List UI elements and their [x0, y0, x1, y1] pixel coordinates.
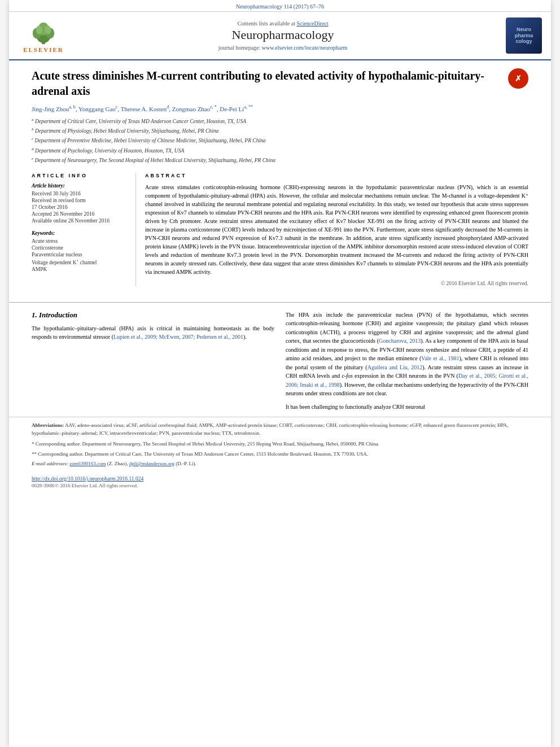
issn-line: 0028-3908/© 2016 Elsevier Ltd. All right… — [9, 482, 551, 492]
keyword-5: AMPK — [32, 267, 128, 272]
author-1: Jing-Jing Zhou — [32, 106, 69, 112]
content-area: Acute stress diminishes M-current contri… — [9, 60, 551, 294]
journal-logo-area: Neuropharmacology — [497, 18, 542, 54]
keywords-title: Keywords: — [32, 230, 128, 236]
author-2: Yonggang Gao — [78, 106, 116, 112]
intro-right-col: The HPA axis include the paraventricular… — [286, 311, 528, 412]
journal-citation: Neuropharmacology 114 (2017) 67–76 — [236, 3, 324, 10]
affiliation-d: Department of Psychology, University of … — [35, 148, 184, 154]
abstract-text: Acute stress stimulates corticotrophin-r… — [145, 183, 528, 276]
intro-left-col: 1. Introduction The hypothalamic–pituita… — [32, 311, 274, 412]
introduction-section: 1. Introduction The hypothalamic–pituita… — [9, 311, 551, 412]
elsevier-tree-icon — [27, 18, 60, 45]
journal-info-bar: Neuropharmacology 114 (2017) 67–76 — [9, 0, 551, 12]
journal-homepage: journal homepage: www.elsevier.com/locat… — [69, 45, 497, 51]
authors-line: Jing-Jing Zhoua, b, Yonggang Gaoc, There… — [32, 104, 528, 112]
section-divider — [9, 302, 551, 303]
keyword-2: Corticosterone — [32, 245, 128, 251]
history-accepted: Accepted 26 November 2016 — [32, 211, 128, 217]
journal-center-header: Contents lists available at ScienceDirec… — [69, 20, 497, 51]
intro-title: 1. Introduction — [32, 311, 274, 320]
elsevier-brand-text: ELSEVIER — [23, 46, 64, 53]
footnote-abbreviations: Abbreviations: AAV, adeno-associated vir… — [32, 422, 528, 437]
doi-link[interactable]: http://dx.doi.org/10.1016/j.neuropharm.2… — [32, 476, 143, 482]
intro-first-para: The hypothalamic–pituitary–adrenal (HPA)… — [32, 324, 274, 342]
ref-aguilera[interactable]: Aguilera and Liu, 2012 — [368, 364, 423, 370]
page: Neuropharmacology 114 (2017) 67–76 ELSEV… — [9, 0, 551, 747]
article-title: Acute stress diminishes M-current contri… — [32, 68, 501, 99]
footnote-corresponding-1: * Corresponding author. Department of Ne… — [32, 440, 528, 448]
ref-lupien[interactable]: Lupien et al., 2009; McEwen, 2007; Peder… — [113, 334, 243, 340]
ref-day[interactable]: Day et al., 2005; Girotti et al., 2006; … — [286, 373, 528, 388]
ref-vale[interactable]: Vale et al., 1981 — [421, 355, 459, 361]
journal-name: Neuropharmacology — [69, 28, 497, 42]
history-revised-date: 17 October 2016 — [32, 204, 128, 210]
svg-point-5 — [36, 25, 43, 34]
keyword-3: Paraventricular nucleus — [32, 252, 128, 257]
keywords-section: Keywords: Acute stress Corticosterone Pa… — [32, 230, 128, 272]
crossmark-badge: ✗ — [508, 68, 528, 89]
abstract-label: ABSTRACT — [145, 173, 528, 178]
abstract-col: ABSTRACT Acute stress stimulates cortico… — [145, 173, 528, 286]
affiliation-b: Department of Physiology, Hebei Medical … — [35, 128, 218, 134]
affiliation-e: Department of Neurosurgery, The Second H… — [34, 158, 275, 163]
sciencedirect-link[interactable]: ScienceDirect — [296, 20, 328, 27]
affiliation-c: Department of Preventive Medicine, Hebei… — [34, 138, 265, 144]
keyword-1: Acute stress — [32, 238, 128, 244]
author-4: Zongmao Zhao — [172, 106, 211, 112]
homepage-url[interactable]: www.elsevier.com/locate/neuropharm — [262, 45, 348, 51]
doi-line: http://dx.doi.org/10.1016/j.neuropharm.2… — [9, 474, 551, 482]
history-received: Received 30 July 2016 — [32, 191, 128, 196]
author-3: Therese A. Kosten — [121, 106, 167, 112]
ref-goncharova[interactable]: Goncharova, 2013 — [379, 338, 421, 344]
article-info-col: ARTICLE INFO Article history: Received 3… — [32, 173, 136, 286]
history-revised-label: Received in revised form — [32, 198, 128, 203]
crossmark-icon: ✗ — [508, 68, 528, 89]
keyword-4: Voltage dependent K+ channel — [32, 259, 128, 265]
sciencedirect-line: Contents lists available at ScienceDirec… — [69, 20, 497, 27]
elsevier-logo: ELSEVIER — [18, 18, 69, 53]
article-title-section: Acute stress diminishes M-current contri… — [32, 68, 528, 99]
neuropharmacology-logo: Neuropharmacology — [506, 18, 542, 54]
author-5: De-Pei Li — [220, 106, 244, 112]
svg-point-6 — [45, 25, 51, 34]
intro-second-para: It has been challenging to functionally … — [286, 403, 528, 412]
article-info-label: ARTICLE INFO — [32, 173, 128, 178]
journal-header: ELSEVIER Contents lists available at Sci… — [9, 12, 551, 60]
footnote-email: E-mail addresses: zzm6390163.com (Z. Zha… — [32, 460, 528, 468]
email-zhao[interactable]: zzm6390163.com — [69, 461, 106, 466]
affiliation-a: Department of Critical Care, University … — [35, 119, 246, 124]
footnote-corresponding-2: ** Corresponding author. Department of C… — [32, 451, 528, 458]
main-columns: ARTICLE INFO Article history: Received 3… — [32, 173, 528, 286]
history-online: Available online 28 November 2016 — [32, 218, 128, 224]
intro-right-para: The HPA axis include the paraventricular… — [286, 311, 528, 398]
email-li[interactable]: dpli@mdanderson.org — [129, 461, 174, 466]
affiliations: a Department of Critical Care, Universit… — [32, 117, 528, 165]
footnotes-section: Abbreviations: AAV, adeno-associated vir… — [9, 417, 551, 474]
article-history-title: Article history: — [32, 183, 128, 189]
copyright-line: © 2016 Elsevier Ltd. All rights reserved… — [145, 281, 528, 286]
